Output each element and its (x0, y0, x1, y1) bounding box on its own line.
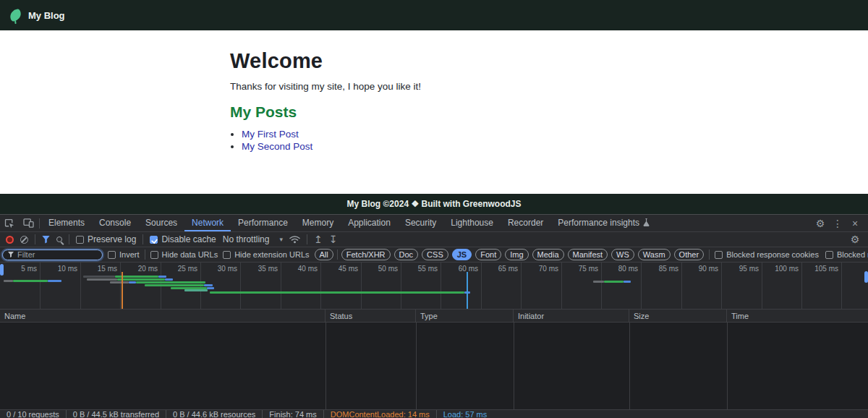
page-content: Welcome Thanks for visiting my site, I h… (0, 30, 868, 194)
waterfall-bar (204, 284, 213, 286)
more-options-icon[interactable]: ⋮ (830, 218, 845, 229)
column-divider (514, 323, 514, 409)
column-label: Type (420, 312, 438, 320)
hide-data-urls-checkbox[interactable]: Hide data URLs (150, 250, 218, 259)
tab-memory[interactable]: Memory (295, 215, 341, 231)
tab-sources[interactable]: Sources (138, 215, 184, 231)
tab-performance[interactable]: Performance (231, 215, 295, 231)
filter-type-doc[interactable]: Doc (394, 249, 419, 260)
network-status-bar: 0 / 10 requests0 B / 44.5 kB transferred… (0, 409, 868, 418)
device-toolbar-icon[interactable] (19, 215, 38, 231)
tab-console[interactable]: Console (92, 215, 138, 231)
inspect-element-icon[interactable] (0, 215, 19, 231)
filter-type-font[interactable]: Font (475, 249, 501, 260)
tab-security[interactable]: Security (398, 215, 443, 231)
close-icon[interactable]: × (848, 218, 862, 229)
filter-type-other[interactable]: Other (674, 249, 705, 260)
filter-type-img[interactable]: Img (505, 249, 528, 260)
network-settings-gear-icon[interactable]: ⚙ (848, 234, 862, 245)
status-item: DOMContentLoaded: 14 ms (324, 410, 437, 418)
disable-cache-checkbox[interactable]: Disable cache (150, 234, 216, 244)
filter-type-manifest[interactable]: Manifest (568, 249, 608, 260)
disable-cache-label: Disable cache (161, 234, 216, 244)
clear-network-log-icon[interactable] (20, 236, 28, 244)
column-header-name[interactable]: Name (0, 310, 326, 322)
overview-tick-label: 60 ms (439, 265, 478, 273)
checkbox[interactable] (108, 251, 116, 259)
settings-gear-icon[interactable]: ⚙ (813, 218, 827, 229)
waterfall-bar (117, 278, 165, 281)
filter-input[interactable] (17, 250, 97, 259)
blocked-requests-checkbox[interactable]: Blocked requests (825, 250, 868, 259)
column-divider (326, 323, 326, 409)
filter-type-wasm[interactable]: Wasm (638, 249, 671, 260)
network-filter-bar: Invert Hide data URLs Hide extension URL… (0, 247, 868, 263)
overview-tick-label: 50 ms (359, 265, 398, 273)
overview-tick-label: 20 ms (119, 265, 158, 273)
tab-performance-insights[interactable]: Performance insights (550, 215, 657, 231)
record-network-log-icon[interactable] (6, 236, 14, 244)
overview-tick-label: 90 ms (679, 265, 718, 273)
hide-extension-urls-checkbox[interactable]: Hide extension URLs (223, 250, 309, 259)
filter-type-css[interactable]: CSS (422, 249, 448, 260)
waterfall-bar (13, 280, 48, 282)
column-divider (629, 323, 630, 409)
preserve-log-checkbox[interactable]: Preserve log (76, 234, 136, 244)
column-header-type[interactable]: Type (416, 310, 514, 322)
checkbox[interactable] (825, 251, 833, 259)
import-har-icon[interactable]: ↥ (314, 234, 323, 244)
network-overview-timeline[interactable]: 5 ms10 ms15 ms20 ms25 ms30 ms35 ms40 ms4… (0, 263, 868, 310)
tab-label: Performance insights (558, 218, 639, 228)
post-link-second[interactable]: My Second Post (242, 141, 312, 152)
site-footer: My Blog ©2024 ❖ Built with GreenwoodJS (0, 194, 868, 214)
column-header-time[interactable]: Time (727, 310, 868, 322)
checkbox[interactable] (76, 236, 84, 244)
tab-lighthouse[interactable]: Lighthouse (443, 215, 501, 231)
column-header-size[interactable]: Size (629, 310, 727, 322)
overview-tick-label: 65 ms (479, 265, 518, 273)
blocked-response-cookies-checkbox[interactable]: Blocked response cookies (715, 250, 819, 259)
column-header-initiator[interactable]: Initiator (514, 310, 629, 322)
filter-input-pill[interactable] (2, 249, 103, 260)
overview-gridline (841, 263, 842, 309)
list-item: My Second Post (242, 140, 868, 153)
search-icon[interactable] (56, 236, 62, 242)
checkbox[interactable] (715, 251, 723, 259)
invert-checkbox[interactable]: Invert (108, 250, 140, 259)
filter-type-all[interactable]: All (315, 249, 333, 260)
tab-label: Network (192, 218, 224, 228)
checkbox[interactable] (150, 236, 158, 244)
tab-label: Sources (145, 218, 177, 228)
site-brand: My Blog (28, 10, 65, 21)
tab-bar-actions: ⚙ ⋮ × (813, 215, 868, 231)
waterfall-bar (83, 276, 115, 278)
tab-elements[interactable]: Elements (41, 215, 92, 231)
tab-label: Performance (238, 218, 288, 228)
filter-type-media[interactable]: Media (532, 249, 564, 260)
export-har-icon[interactable]: ↧ (329, 234, 338, 244)
checkbox[interactable] (150, 251, 158, 259)
overview-tick-label: 100 ms (760, 265, 799, 273)
tab-recorder[interactable]: Recorder (501, 215, 550, 231)
requests-table-body[interactable] (0, 323, 868, 409)
tab-network[interactable]: Network (184, 215, 231, 231)
network-conditions-icon[interactable] (289, 235, 300, 244)
filter-type-js[interactable]: JS (452, 249, 472, 260)
throttling-dropdown[interactable]: No throttling ▾ (223, 234, 283, 244)
tab-application[interactable]: Application (341, 215, 398, 231)
waterfall-bar (48, 280, 61, 282)
column-header-status[interactable]: Status (326, 310, 416, 322)
column-label: Time (731, 312, 749, 320)
filter-icon[interactable] (42, 236, 50, 244)
filter-type-ws[interactable]: WS (611, 249, 634, 260)
waterfall-bar (593, 281, 604, 283)
post-link-first[interactable]: My First Post (242, 129, 299, 140)
filter-type-fetch-xhr[interactable]: Fetch/XHR (341, 249, 391, 260)
checkbox[interactable] (223, 251, 231, 259)
requests-table-header: NameStatusTypeInitiatorSizeTime (0, 310, 868, 323)
blocked-requests-label: Blocked requests (837, 250, 868, 259)
overview-right-grip[interactable] (864, 271, 868, 283)
column-divider (727, 323, 728, 409)
throttling-value: No throttling (223, 234, 270, 244)
overview-tick-label: 80 ms (599, 265, 638, 273)
